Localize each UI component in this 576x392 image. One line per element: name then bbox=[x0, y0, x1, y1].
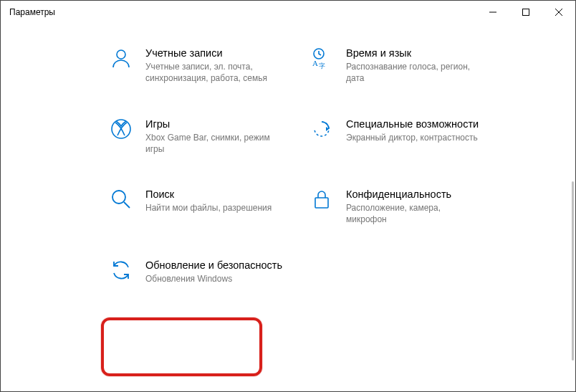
highlight-annotation bbox=[101, 317, 262, 376]
settings-grid: Учетные записи Учетные записи, эл. почта… bbox=[1, 24, 575, 299]
tile-subtitle: Учетные записи, эл. почта, синхронизация… bbox=[145, 61, 282, 84]
tile-update-security[interactable]: Обновление и безопасность Обновления Win… bbox=[108, 257, 294, 285]
xbox-icon bbox=[108, 116, 134, 142]
tile-subtitle: Экранный диктор, контрастность bbox=[346, 132, 479, 143]
search-icon bbox=[108, 186, 134, 212]
window-controls bbox=[476, 1, 575, 24]
tile-privacy[interactable]: Конфиденциальность Расположение, камера,… bbox=[309, 186, 495, 226]
tile-subtitle: Xbox Game Bar, снимки, режим игры bbox=[145, 132, 282, 155]
ease-of-access-icon bbox=[309, 116, 335, 142]
lock-icon bbox=[309, 186, 335, 212]
tile-title: Обновление и безопасность bbox=[145, 259, 282, 272]
tile-title: Конфиденциальность bbox=[346, 188, 482, 201]
tile-time-language[interactable]: A 字 Время и язык Распознавание голоса, р… bbox=[309, 45, 495, 85]
tile-title: Поиск bbox=[145, 188, 272, 201]
tile-accounts[interactable]: Учетные записи Учетные записи, эл. почта… bbox=[108, 45, 294, 85]
tile-subtitle: Найти мои файлы, разрешения bbox=[145, 202, 272, 214]
svg-point-10 bbox=[112, 191, 125, 204]
scrollbar[interactable] bbox=[572, 181, 574, 360]
tile-ease-of-access[interactable]: Специальные возможности Экранный диктор,… bbox=[309, 116, 495, 156]
svg-text:字: 字 bbox=[319, 62, 325, 70]
content-area: Учетные записи Учетные записи, эл. почта… bbox=[1, 24, 575, 391]
maximize-button[interactable] bbox=[509, 1, 542, 24]
tile-search[interactable]: Поиск Найти мои файлы, разрешения bbox=[108, 186, 294, 226]
svg-point-4 bbox=[117, 50, 125, 59]
tile-title: Время и язык bbox=[346, 47, 482, 59]
tile-subtitle: Расположение, камера, микрофон bbox=[346, 202, 482, 225]
close-button[interactable] bbox=[542, 1, 575, 24]
minimize-button[interactable] bbox=[476, 1, 509, 24]
svg-rect-12 bbox=[315, 198, 328, 208]
sync-icon bbox=[108, 257, 134, 283]
tile-gaming[interactable]: Игры Xbox Game Bar, снимки, режим игры bbox=[108, 116, 294, 156]
tile-title: Учетные записи bbox=[145, 47, 282, 59]
window-title: Параметры bbox=[9, 7, 55, 17]
tile-subtitle: Обновления Windows bbox=[145, 273, 282, 285]
svg-rect-1 bbox=[523, 9, 529, 16]
svg-line-11 bbox=[124, 202, 130, 208]
tile-title: Игры bbox=[145, 118, 282, 130]
titlebar: Параметры bbox=[1, 1, 575, 24]
tile-title: Специальные возможности bbox=[346, 118, 479, 130]
svg-text:A: A bbox=[312, 59, 318, 67]
person-icon bbox=[108, 45, 134, 71]
tile-subtitle: Распознавание голоса, регион, дата bbox=[346, 61, 482, 84]
time-language-icon: A 字 bbox=[309, 45, 335, 71]
